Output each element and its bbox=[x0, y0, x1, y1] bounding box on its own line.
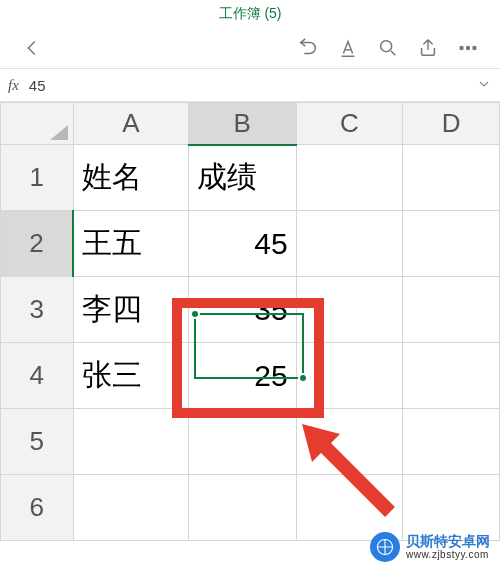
watermark: 贝斯特安卓网 www.zjbstyy.com bbox=[370, 532, 490, 562]
cell-c2[interactable] bbox=[296, 211, 402, 277]
cell-d1[interactable] bbox=[403, 145, 500, 211]
font-style-icon[interactable] bbox=[328, 37, 368, 59]
cell-a5[interactable] bbox=[73, 409, 188, 475]
fx-label: fx bbox=[8, 77, 19, 94]
watermark-logo-icon bbox=[370, 532, 400, 562]
row-header-5[interactable]: 5 bbox=[1, 409, 74, 475]
col-header-b[interactable]: B bbox=[188, 103, 296, 145]
cell-b6[interactable] bbox=[188, 475, 296, 541]
cell-b5[interactable] bbox=[188, 409, 296, 475]
col-header-c[interactable]: C bbox=[296, 103, 402, 145]
more-icon[interactable] bbox=[448, 37, 488, 59]
search-icon[interactable] bbox=[368, 37, 408, 59]
cell-c1[interactable] bbox=[296, 145, 402, 211]
undo-icon[interactable] bbox=[288, 37, 328, 59]
spreadsheet[interactable]: A B C D 1 姓名 成绩 2 王五 45 3 李四 35 4 bbox=[0, 102, 500, 541]
cell-c4[interactable] bbox=[296, 343, 402, 409]
toolbar bbox=[0, 28, 500, 68]
cell-b1[interactable]: 成绩 bbox=[188, 145, 296, 211]
row-header-3[interactable]: 3 bbox=[1, 277, 74, 343]
cell-a3[interactable]: 李四 bbox=[73, 277, 188, 343]
watermark-title: 贝斯特安卓网 bbox=[406, 534, 490, 549]
svg-line-1 bbox=[391, 51, 396, 56]
cell-d5[interactable] bbox=[403, 409, 500, 475]
chevron-down-icon[interactable] bbox=[476, 76, 492, 95]
cell-a4[interactable]: 张三 bbox=[73, 343, 188, 409]
row-header-4[interactable]: 4 bbox=[1, 343, 74, 409]
svg-point-0 bbox=[381, 41, 392, 52]
cell-d4[interactable] bbox=[403, 343, 500, 409]
svg-point-3 bbox=[467, 47, 470, 50]
cell-b2[interactable]: 45 bbox=[188, 211, 296, 277]
workbook-title: 工作簿 (5) bbox=[219, 5, 282, 23]
row-header-2[interactable]: 2 bbox=[1, 211, 74, 277]
cell-b4[interactable]: 25 bbox=[188, 343, 296, 409]
cell-b3[interactable]: 35 bbox=[188, 277, 296, 343]
formula-value[interactable]: 45 bbox=[29, 77, 476, 94]
share-icon[interactable] bbox=[408, 37, 448, 59]
formula-bar[interactable]: fx 45 bbox=[0, 68, 500, 102]
select-all-corner[interactable] bbox=[1, 103, 74, 145]
col-header-a[interactable]: A bbox=[73, 103, 188, 145]
cell-a2[interactable]: 王五 bbox=[73, 211, 188, 277]
watermark-url: www.zjbstyy.com bbox=[406, 549, 490, 560]
row-header-6[interactable]: 6 bbox=[1, 475, 74, 541]
svg-point-2 bbox=[460, 47, 463, 50]
cell-d3[interactable] bbox=[403, 277, 500, 343]
cell-c3[interactable] bbox=[296, 277, 402, 343]
cell-d2[interactable] bbox=[403, 211, 500, 277]
svg-point-4 bbox=[473, 47, 476, 50]
cell-d6[interactable] bbox=[403, 475, 500, 541]
col-header-d[interactable]: D bbox=[403, 103, 500, 145]
annotation-arrow-icon bbox=[290, 412, 410, 536]
back-icon[interactable] bbox=[12, 37, 52, 59]
title-bar: 工作簿 (5) bbox=[0, 0, 500, 28]
cell-a1[interactable]: 姓名 bbox=[73, 145, 188, 211]
row-header-1[interactable]: 1 bbox=[1, 145, 74, 211]
cell-a6[interactable] bbox=[73, 475, 188, 541]
